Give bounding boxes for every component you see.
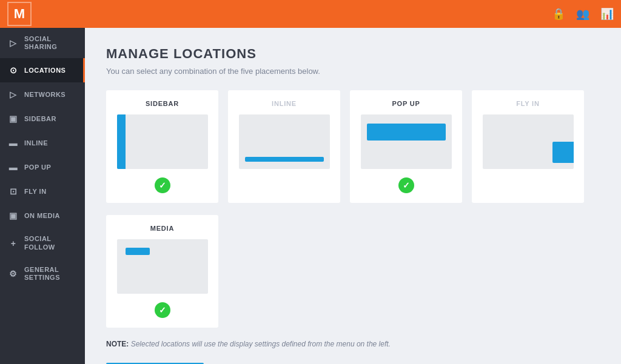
card-popup-preview [361, 114, 452, 169]
note-section: NOTE: Selected locations will use the di… [106, 340, 600, 348]
card-flyin-preview [483, 114, 574, 169]
sidebar-item-flyin[interactable]: ⊡ Fly In [0, 179, 85, 204]
topbar-icons: 🔒 👥 📊 [552, 7, 614, 21]
sidebar-item-social-follow[interactable]: + Social Follow [0, 228, 85, 258]
card-flyin-title: FLY IN [516, 100, 539, 107]
sidebar: ▷ Social Sharing ⊙ Locations ▷ Networks … [0, 28, 85, 364]
inline-icon: ▬ [8, 138, 18, 148]
main-layout: ▷ Social Sharing ⊙ Locations ▷ Networks … [0, 28, 621, 364]
card-media-preview [117, 239, 208, 294]
media-preview-bar [126, 248, 150, 255]
card-inline-preview [239, 114, 330, 169]
sidebar-check-icon: ✓ [155, 177, 170, 193]
card-sidebar[interactable]: SIDEBAR ✓ [106, 90, 218, 203]
lock-icon[interactable]: 🔒 [552, 7, 565, 21]
note-text: Selected locations will use the display … [131, 340, 391, 348]
social-sharing-icon: ▷ [8, 38, 18, 48]
sidebar-label-social-follow: Social Follow [24, 235, 76, 251]
sidebar-label-locations: Locations [24, 67, 65, 74]
card-sidebar-title: SIDEBAR [146, 100, 179, 107]
note-label: NOTE: [106, 340, 129, 348]
content-area: MANAGE LOCATIONS You can select any comb… [85, 28, 621, 364]
card-media[interactable]: MEDIA ✓ [106, 215, 218, 328]
sidebar-label-inline: Inline [24, 139, 48, 147]
sidebar-label-popup: Pop Up [24, 164, 51, 171]
social-follow-icon: + [8, 239, 18, 248]
sidebar-item-popup[interactable]: ▬ Pop Up [0, 155, 85, 179]
page-title: MANAGE LOCATIONS [106, 46, 600, 62]
sidebar-label-onmedia: On Media [24, 212, 60, 220]
sidebar-label-networks: Networks [24, 91, 65, 99]
cards-row-1: SIDEBAR ✓ INLINE POP UP ✓ [106, 90, 600, 203]
card-inline-title: INLINE [272, 100, 297, 107]
onmedia-icon: ▣ [8, 211, 18, 220]
sidebar-label-general-settings: General Settings [24, 266, 76, 282]
card-sidebar-preview [117, 114, 208, 169]
logo[interactable]: M [7, 2, 32, 26]
sidebar-item-locations[interactable]: ⊙ Locations [0, 58, 85, 82]
cards-row-2: MEDIA ✓ [106, 215, 600, 328]
sidebar-item-inline[interactable]: ▬ Inline [0, 131, 85, 155]
card-popup[interactable]: POP UP ✓ [350, 90, 462, 203]
card-flyin[interactable]: FLY IN [472, 90, 584, 203]
sidebar-item-general-settings[interactable]: ⚙ General Settings [0, 259, 85, 289]
chart-icon[interactable]: 📊 [600, 7, 614, 21]
sidebar-label-social-sharing: Social Sharing [24, 35, 76, 51]
sidebar-label-sidebar: Sidebar [24, 115, 56, 123]
users-icon[interactable]: 👥 [576, 7, 589, 21]
sidebar-item-social-sharing[interactable]: ▷ Social Sharing [0, 28, 85, 58]
sidebar-nav-icon: ▣ [8, 114, 18, 124]
sidebar-item-onmedia[interactable]: ▣ On Media [0, 204, 85, 228]
card-media-title: MEDIA [150, 225, 174, 232]
general-settings-icon: ⚙ [8, 269, 18, 279]
flyin-icon: ⊡ [8, 187, 18, 196]
flyin-preview-bar [552, 142, 574, 163]
sidebar-item-networks[interactable]: ▷ Networks [0, 82, 85, 107]
sidebar-label-flyin: Fly In [24, 188, 47, 196]
networks-icon: ▷ [8, 90, 18, 99]
topbar: M 🔒 👥 📊 [0, 0, 621, 28]
media-check-icon: ✓ [155, 302, 170, 318]
popup-check-icon: ✓ [398, 177, 414, 193]
card-inline[interactable]: INLINE [228, 90, 340, 203]
sidebar-item-sidebar[interactable]: ▣ Sidebar [0, 107, 85, 131]
popup-icon: ▬ [8, 162, 18, 172]
locations-icon: ⊙ [8, 65, 18, 75]
popup-preview-bar [367, 124, 446, 141]
sidebar-preview-bar [117, 114, 126, 169]
page-subtitle: You can select any combination of the fi… [106, 67, 600, 76]
inline-preview-bar [245, 157, 324, 162]
card-popup-title: POP UP [392, 100, 420, 107]
